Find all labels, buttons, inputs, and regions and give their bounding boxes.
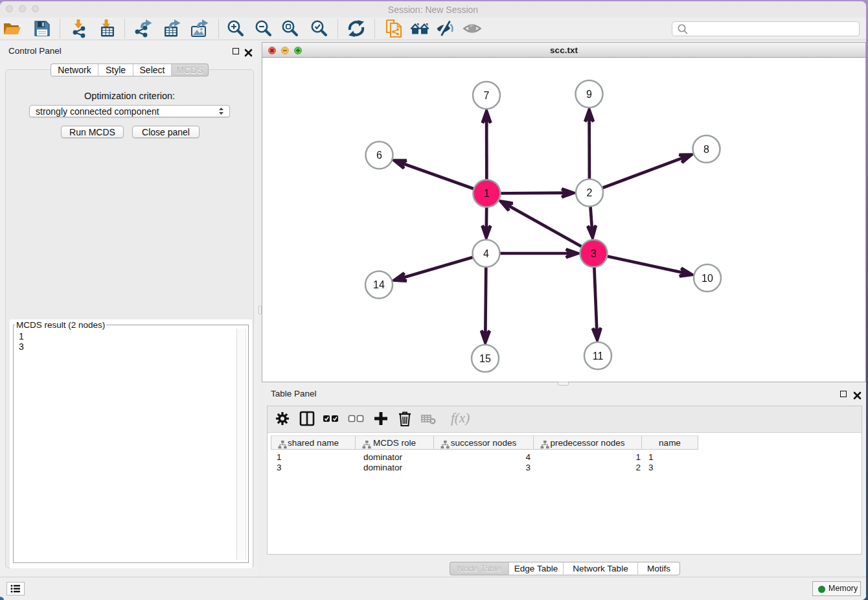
svg-text:4: 4 <box>483 248 489 259</box>
svg-text:7: 7 <box>484 90 490 101</box>
svg-text:15: 15 <box>479 353 491 364</box>
svg-text:1: 1 <box>484 188 490 199</box>
svg-text:3: 3 <box>591 248 597 259</box>
svg-text:8: 8 <box>703 144 709 155</box>
svg-text:6: 6 <box>376 150 382 161</box>
svg-text:14: 14 <box>373 279 385 290</box>
svg-text:11: 11 <box>593 351 604 362</box>
svg-text:10: 10 <box>702 273 713 284</box>
svg-text:9: 9 <box>586 89 592 100</box>
svg-text:2: 2 <box>587 187 593 198</box>
